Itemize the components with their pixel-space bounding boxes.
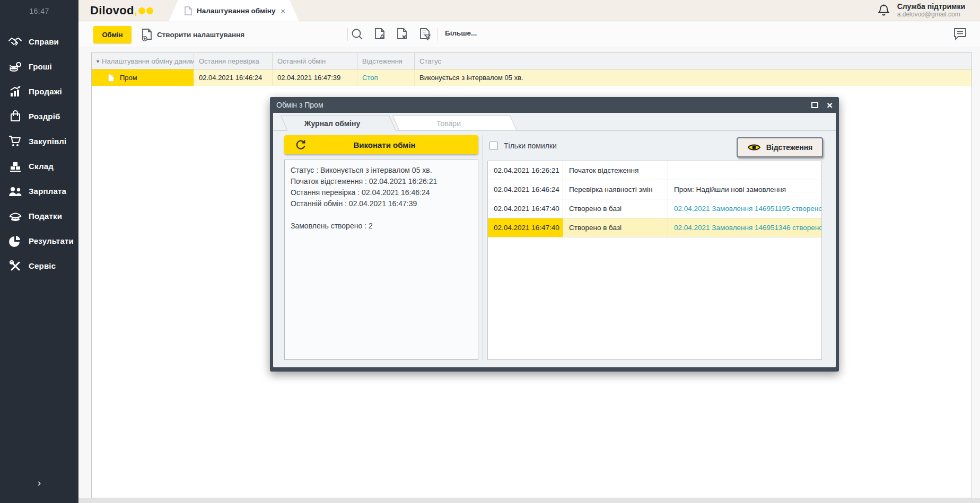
tab-close-icon[interactable]: ×: [281, 6, 285, 15]
sidebar-item-hroshi[interactable]: Гроші: [0, 54, 78, 79]
sidebar-expand-chevron[interactable]: ›: [0, 477, 78, 489]
chat-icon[interactable]: [953, 27, 967, 41]
logo-comma: ,: [134, 4, 137, 17]
sidebar-item-spravy[interactable]: Справи: [0, 29, 78, 54]
dialog-content: Журнал обміну Товари Виконати обмін: [273, 113, 836, 367]
officer-cap-icon: [8, 210, 22, 223]
sidebar-item-label: Продажі: [29, 87, 62, 96]
search-icon[interactable]: [348, 26, 365, 43]
table-header-row: ▾Налаштування обміну даними Остання пере…: [92, 53, 972, 69]
log-row-selected[interactable]: 02.04.2021 16:47:40 Створено в базі 02.0…: [488, 218, 821, 237]
document-add-icon: [141, 28, 153, 42]
status-line: Статус : Виконується з інтервалом 05 хв.: [291, 165, 472, 176]
run-exchange-button[interactable]: Виконати обмін: [284, 135, 478, 154]
log-event-cell: Створено в базі: [563, 199, 668, 218]
filter-document-icon[interactable]: [417, 26, 434, 43]
last-exchange-cell: 02.04.2021 16:47:39: [273, 69, 357, 86]
table-row[interactable]: Пром 02.04.2021 16:46:24 02.04.2021 16:4…: [92, 69, 972, 86]
dilovod-logo: Dilovod,: [90, 4, 153, 17]
sort-desc-icon: ▾: [97, 58, 99, 64]
sidebar-nav: Справи Гроші Продажі Роздріб: [0, 29, 78, 278]
log-event-cell: Початок відстеження: [563, 161, 668, 180]
support-email: a.delovod@gmail.com: [897, 11, 965, 18]
status-line: Остання перевірка : 02.04.2021 16:46:24: [291, 187, 472, 198]
log-details-cell: [668, 161, 821, 180]
exchange-dialog: Обмін з Пром × Журнал обміну Товари: [270, 97, 839, 372]
tab-exchange-log[interactable]: Журнал обміну: [281, 116, 389, 131]
sidebar-item-label: Закупівлі: [29, 137, 66, 146]
dialog-window-buttons: ×: [811, 100, 833, 110]
column-header-status[interactable]: Статус: [415, 53, 972, 69]
log-details-cell: Пром: Надійшли нові замовлення: [668, 180, 821, 199]
status-cell: Виконується з інтервалом 05 хв.: [415, 69, 972, 86]
create-settings-button[interactable]: Створити налаштування: [141, 26, 244, 43]
more-button[interactable]: Більше...: [445, 29, 477, 37]
bottom-strip: [78, 498, 980, 503]
handshake-icon: [8, 36, 22, 48]
checkbox-icon[interactable]: [489, 142, 498, 150]
support-title: Служба підтримки: [897, 2, 965, 11]
status-line: [291, 209, 472, 220]
exchange-status-panel: Виконати обмін Статус : Виконується з ін…: [284, 135, 478, 360]
bell-icon[interactable]: [878, 4, 890, 17]
run-exchange-label: Виконати обмін: [307, 140, 462, 149]
close-icon[interactable]: ×: [827, 100, 833, 110]
tab-products[interactable]: Товари: [392, 116, 510, 131]
sidebar: 16:47 Справи Гроші Продажі: [0, 0, 78, 503]
dialog-titlebar[interactable]: Обмін з Пром ×: [270, 97, 839, 113]
maximize-icon[interactable]: [811, 102, 818, 108]
column-header-settings[interactable]: ▾Налаштування обміну даними: [92, 53, 194, 69]
sidebar-item-sklad[interactable]: Склад: [0, 154, 78, 179]
log-order-link[interactable]: 02.04.2021 Замовлення 146951346 створено: [668, 218, 821, 237]
dialog-tabs: Журнал обміну Товари: [281, 116, 510, 131]
document-tab[interactable]: Налаштування обміну даними ×: [169, 0, 299, 21]
last-check-cell: 02.04.2021 16:46:24: [194, 69, 273, 86]
sidebar-item-podatky[interactable]: Податки: [0, 204, 78, 228]
column-header-tracking[interactable]: Відстеження: [357, 53, 415, 69]
tab-label: Журнал обміну: [281, 116, 389, 131]
status-line: Замовлень створено : 2: [291, 220, 472, 232]
shopping-bag-icon: [8, 110, 22, 123]
logo-text: Dilovod: [90, 4, 134, 17]
app-root: 16:47 Справи Гроші Продажі: [0, 0, 980, 503]
sidebar-item-prodazhi[interactable]: Продажі: [0, 79, 78, 104]
sidebar-item-label: Результати: [29, 236, 74, 245]
tracking-button[interactable]: Відстеження: [737, 137, 823, 157]
only-errors-checkbox[interactable]: Тільки помилки: [489, 142, 557, 150]
create-settings-label: Створити налаштування: [157, 31, 244, 39]
setting-name-cell[interactable]: Пром: [92, 69, 194, 86]
sidebar-item-label: Зарплата: [29, 187, 66, 196]
sidebar-item-label: Склад: [29, 162, 54, 171]
log-order-link[interactable]: 02.04.2021 Замовлення 146951195 створено: [668, 199, 821, 218]
sidebar-item-rozdrib[interactable]: Роздріб: [0, 104, 78, 129]
delete-document-icon[interactable]: [394, 26, 411, 43]
pie-chart-icon: [8, 235, 22, 248]
log-row[interactable]: 02.04.2021 16:26:21 Початок відстеження: [488, 161, 821, 180]
tracking-stop-link[interactable]: Стоп: [357, 69, 415, 86]
log-time-cell: 02.04.2021 16:47:40: [488, 218, 563, 237]
sidebar-item-zakupivli[interactable]: Закупівлі: [0, 129, 78, 154]
column-header-last-exchange[interactable]: Останній обмін: [273, 53, 357, 69]
sales-chart-icon: [8, 85, 22, 98]
edit-document-icon[interactable]: [372, 26, 389, 43]
refresh-icon: [295, 139, 307, 151]
column-header-label: Налаштування обміну даними: [102, 57, 194, 65]
column-header-last-check[interactable]: Остання перевірка: [194, 53, 273, 69]
support-text: Служба підтримки a.delovod@gmail.com: [897, 2, 965, 18]
exchange-log-panel: Тільки помилки Відстеження 02.04.2021 16…: [487, 131, 823, 360]
sidebar-item-rezultaty[interactable]: Результати: [0, 228, 78, 253]
clock: 16:47: [0, 7, 78, 15]
coins-icon: [8, 60, 22, 73]
sidebar-item-label: Роздріб: [29, 112, 60, 121]
document-icon: [108, 74, 115, 82]
only-errors-label: Тільки помилки: [504, 142, 557, 150]
tools-icon: [8, 260, 22, 272]
log-row[interactable]: 02.04.2021 16:47:40 Створено в базі 02.0…: [488, 199, 821, 218]
toolbar: Обмін Створити налаштування Більше...: [78, 22, 980, 47]
sidebar-item-zarplata[interactable]: Зарплата: [0, 179, 78, 204]
log-row[interactable]: 02.04.2021 16:46:24 Перевірка наявності …: [488, 180, 821, 199]
panel-splitter[interactable]: [483, 135, 483, 360]
log-controls: Тільки помилки Відстеження: [487, 135, 823, 160]
exchange-button[interactable]: Обмін: [93, 26, 132, 43]
sidebar-item-servis[interactable]: Сервіс: [0, 253, 78, 278]
